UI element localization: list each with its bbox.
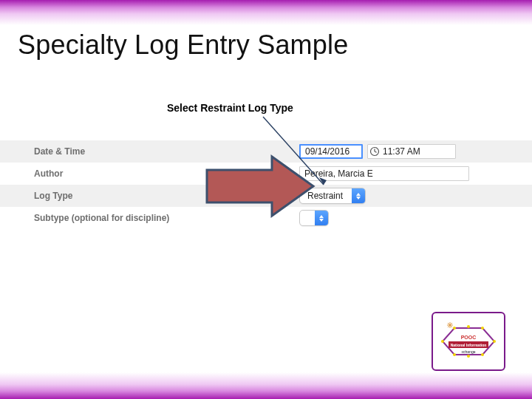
svg-point-14 <box>467 355 470 358</box>
time-text: 11:37 AM <box>383 146 420 157</box>
logo-text-2: National Information <box>451 343 487 347</box>
footer-gradient <box>0 372 532 399</box>
svg-point-9 <box>453 327 456 330</box>
value-subtype <box>299 210 532 226</box>
logo-badge: POOC National Information xchange <box>432 312 505 371</box>
header-gradient <box>0 0 532 25</box>
select-stepper-icon <box>352 188 365 204</box>
value-author <box>299 166 532 181</box>
svg-marker-5 <box>207 157 313 216</box>
page-title: Specialty Log Entry Sample <box>18 30 348 61</box>
vegas-sign-icon: POOC National Information xchange <box>438 319 499 364</box>
svg-point-8 <box>493 340 496 343</box>
svg-point-10 <box>481 327 484 330</box>
value-logtype: Restraint <box>299 188 532 204</box>
clock-icon <box>369 146 380 157</box>
author-input[interactable] <box>299 166 469 181</box>
time-field[interactable]: 11:37 AM <box>367 144 456 159</box>
svg-point-12 <box>481 353 484 356</box>
svg-point-11 <box>453 353 456 356</box>
value-datetime: 11:37 AM <box>299 144 532 159</box>
svg-point-13 <box>467 325 470 328</box>
svg-line-4 <box>375 151 377 152</box>
slide: Specialty Log Entry Sample Select Restra… <box>0 0 532 399</box>
instruction-text: Select Restraint Log Type <box>167 102 293 114</box>
svg-point-7 <box>441 340 444 343</box>
arrow-emphasis-icon <box>201 152 319 220</box>
logo-text-3: xchange <box>462 349 476 354</box>
logo-text-1: POOC <box>461 335 477 340</box>
